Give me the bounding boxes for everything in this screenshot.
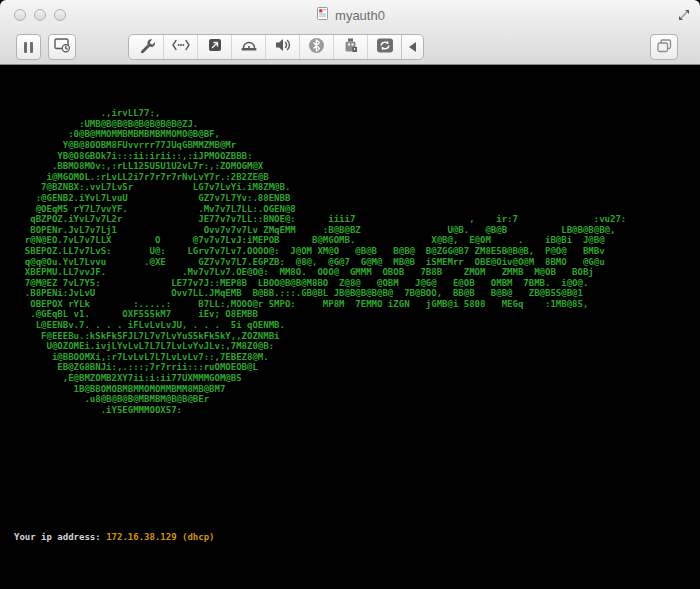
hard-disk-icon [207, 37, 223, 57]
cd-dvd-button[interactable] [231, 35, 265, 59]
usb-device-button[interactable] [333, 35, 367, 59]
cd-drive-icon [240, 37, 258, 57]
network-adapter-button[interactable] [163, 35, 197, 59]
window-title: myauth0 [335, 8, 385, 23]
display-mode-button[interactable] [650, 34, 678, 60]
window-chrome: myauth0 [0, 0, 700, 65]
collapse-arrow-icon [409, 42, 416, 52]
snapshot-button[interactable] [48, 34, 76, 60]
ip-address-label: Your ip address: [14, 532, 106, 542]
device-toolbar [128, 34, 424, 60]
vm-window: myauth0 [0, 0, 700, 589]
usb-device-icon [342, 37, 359, 58]
settings-button[interactable] [129, 35, 163, 59]
collapse-toolbar-button[interactable] [401, 35, 423, 59]
ip-address-value: 172.16.38.129 (dhcp) [106, 532, 214, 542]
toolbar [0, 30, 700, 64]
pause-button[interactable] [16, 34, 41, 60]
bluetooth-icon [308, 37, 325, 58]
minimize-button[interactable] [34, 9, 46, 21]
fullscreen-icon[interactable] [677, 8, 691, 22]
refresh-icon [376, 37, 394, 58]
display-windows-icon [656, 38, 673, 57]
vm-document-icon [315, 6, 330, 25]
zoom-button[interactable] [54, 9, 66, 21]
window-title-group: myauth0 [315, 6, 385, 25]
hard-disk-button[interactable] [197, 35, 231, 59]
snapshot-icon [53, 36, 71, 58]
ip-address-line: Your ip address: 172.16.38.129 (dhcp) [14, 532, 700, 543]
bluetooth-button[interactable] [299, 35, 333, 59]
close-button[interactable] [14, 9, 26, 21]
vm-console-screen[interactable]: .,irvLL77:, :UMB@B@B@B@B@B@B@B@ZJ. :0@B@… [0, 65, 700, 589]
sound-icon [274, 37, 292, 57]
network-adapter-icon [171, 38, 191, 56]
window-controls [14, 0, 66, 30]
titlebar[interactable]: myauth0 [0, 0, 700, 30]
wrench-icon [138, 37, 155, 58]
pause-icon [24, 42, 33, 53]
refresh-button[interactable] [367, 35, 401, 59]
auth0-ascii-logo: .,irvLL77:, :UMB@B@B@B@B@B@B@B@ZJ. :0@B@… [14, 108, 700, 415]
sound-button[interactable] [265, 35, 299, 59]
